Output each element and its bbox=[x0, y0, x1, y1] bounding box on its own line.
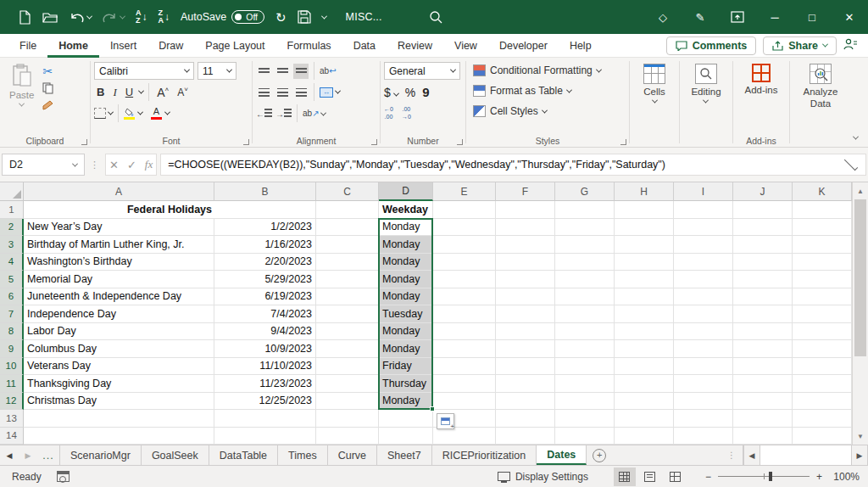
minimize-button[interactable]: ─ bbox=[756, 0, 793, 34]
cell-B11[interactable]: 11/23/2023 bbox=[214, 375, 316, 393]
editing-button[interactable]: Editing bbox=[685, 60, 726, 107]
tab-draw[interactable]: Draw bbox=[147, 34, 194, 58]
cell-J4[interactable] bbox=[733, 254, 793, 271]
cell-F14[interactable] bbox=[496, 428, 555, 445]
cell-J3[interactable] bbox=[733, 236, 793, 254]
cell-A10[interactable]: Veterans Day bbox=[24, 358, 214, 376]
cell-K10[interactable] bbox=[793, 358, 852, 376]
cell-E10[interactable] bbox=[433, 358, 496, 376]
cell-F6[interactable] bbox=[496, 288, 555, 306]
underline-button[interactable]: U bbox=[123, 86, 136, 98]
cell-G2[interactable] bbox=[555, 219, 615, 237]
cell-D2[interactable]: Monday bbox=[379, 219, 433, 237]
cell-K7[interactable] bbox=[793, 305, 852, 323]
cell-D13[interactable] bbox=[379, 410, 433, 428]
sheet-tab-sheet7[interactable]: Sheet7 bbox=[377, 445, 432, 465]
cell-H11[interactable] bbox=[615, 375, 674, 393]
cell-I13[interactable] bbox=[674, 410, 733, 428]
tab-file[interactable]: File bbox=[8, 34, 47, 58]
cell-J11[interactable] bbox=[733, 375, 793, 393]
cell-C6[interactable] bbox=[316, 288, 379, 306]
insert-function-icon[interactable]: fx bbox=[145, 158, 153, 171]
expand-formula-bar-icon[interactable] bbox=[844, 156, 858, 170]
cell-B4[interactable]: 2/20/2023 bbox=[214, 254, 316, 271]
collapse-ribbon-icon[interactable] bbox=[853, 134, 859, 140]
tab-formulas[interactable]: Formulas bbox=[276, 34, 342, 58]
sheet-nav-right-icon[interactable]: ▶ bbox=[19, 445, 37, 465]
fill-color-dropdown-icon[interactable] bbox=[137, 109, 143, 115]
cell-F8[interactable] bbox=[496, 323, 555, 341]
cell-F11[interactable] bbox=[496, 375, 555, 393]
cell-E3[interactable] bbox=[433, 236, 496, 254]
cell-F13[interactable] bbox=[496, 410, 555, 428]
align-center-icon[interactable] bbox=[275, 85, 290, 100]
row-header-11[interactable]: 11 bbox=[0, 375, 24, 393]
cell-D5[interactable]: Monday bbox=[379, 271, 433, 288]
cell-J5[interactable] bbox=[733, 271, 793, 288]
cell-F7[interactable] bbox=[496, 305, 555, 323]
cell-D3[interactable]: Monday bbox=[379, 236, 433, 254]
grow-font-button[interactable]: A˄ bbox=[154, 86, 171, 99]
font-size-select[interactable]: 11 bbox=[198, 62, 236, 80]
cell-G6[interactable] bbox=[555, 288, 615, 306]
fill-handle[interactable] bbox=[430, 406, 435, 411]
cell-B6[interactable]: 6/19/2023 bbox=[214, 288, 316, 306]
select-all-corner[interactable] bbox=[0, 182, 24, 201]
row-header-10[interactable]: 10 bbox=[0, 358, 24, 376]
cell-K1[interactable] bbox=[793, 201, 852, 219]
cell-J13[interactable] bbox=[733, 410, 793, 428]
scroll-right-icon[interactable]: ▶ bbox=[851, 445, 868, 465]
cell-I5[interactable] bbox=[674, 271, 733, 288]
row-header-5[interactable]: 5 bbox=[0, 271, 24, 288]
cell-F12[interactable] bbox=[496, 393, 555, 411]
undo-dropdown-icon[interactable] bbox=[86, 13, 92, 19]
cell-A1-merged-title[interactable]: Federal Holidays bbox=[24, 201, 316, 219]
name-box-dropdown-icon[interactable] bbox=[72, 160, 78, 166]
row-header-6[interactable]: 6 bbox=[0, 288, 24, 306]
font-name-select[interactable]: Calibri bbox=[94, 62, 194, 80]
paste-button[interactable]: Paste bbox=[3, 60, 40, 113]
cell-A11[interactable]: Thanksgiving Day bbox=[24, 375, 214, 393]
align-top-icon[interactable] bbox=[256, 64, 271, 79]
cut-icon[interactable]: ✂ bbox=[40, 64, 55, 79]
cell-E12[interactable] bbox=[433, 393, 496, 411]
cell-K9[interactable] bbox=[793, 340, 852, 358]
tab-review[interactable]: Review bbox=[387, 34, 443, 58]
hide-ribbon-person-icon[interactable] bbox=[843, 38, 858, 53]
fill-color-button[interactable] bbox=[124, 108, 135, 120]
zoom-level[interactable]: 100% bbox=[826, 471, 860, 483]
increase-decimal-icon[interactable]: ←0.00 bbox=[384, 106, 393, 120]
cell-B10[interactable]: 11/10/2023 bbox=[214, 358, 316, 376]
zoom-slider-handle[interactable] bbox=[769, 472, 772, 481]
cell-E9[interactable] bbox=[433, 340, 496, 358]
enter-check-icon[interactable]: ✓ bbox=[127, 159, 136, 171]
scroll-left-icon[interactable]: ◀ bbox=[743, 445, 760, 465]
cell-H10[interactable] bbox=[615, 358, 674, 376]
cell-I11[interactable] bbox=[674, 375, 733, 393]
tab-developer[interactable]: Developer bbox=[488, 34, 559, 58]
cell-H12[interactable] bbox=[615, 393, 674, 411]
cell-F2[interactable] bbox=[496, 219, 555, 237]
number-dialog-launcher-icon[interactable] bbox=[457, 139, 463, 145]
cell-K14[interactable] bbox=[793, 428, 852, 445]
cell-J14[interactable] bbox=[733, 428, 793, 445]
cell-K12[interactable] bbox=[793, 393, 852, 411]
cell-J2[interactable] bbox=[733, 219, 793, 237]
cell-A4[interactable]: Washington’s Birthday bbox=[24, 254, 214, 271]
cell-E7[interactable] bbox=[433, 305, 496, 323]
cell-E8[interactable] bbox=[433, 323, 496, 341]
cell-D12[interactable]: Monday bbox=[379, 393, 433, 411]
cell-C8[interactable] bbox=[316, 323, 379, 341]
zoom-out-button[interactable]: − bbox=[705, 471, 711, 483]
cell-G7[interactable] bbox=[555, 305, 615, 323]
normal-view-button[interactable] bbox=[614, 467, 636, 486]
share-button[interactable]: Share bbox=[763, 36, 837, 55]
sort-descending-icon[interactable]: ZA↓ bbox=[159, 8, 170, 25]
page-break-view-button[interactable] bbox=[665, 467, 687, 486]
cell-I4[interactable] bbox=[674, 254, 733, 271]
cell-G1[interactable] bbox=[555, 201, 615, 219]
cell-I2[interactable] bbox=[674, 219, 733, 237]
font-color-dropdown-icon[interactable] bbox=[164, 109, 170, 115]
cell-C5[interactable] bbox=[316, 271, 379, 288]
cell-K6[interactable] bbox=[793, 288, 852, 306]
